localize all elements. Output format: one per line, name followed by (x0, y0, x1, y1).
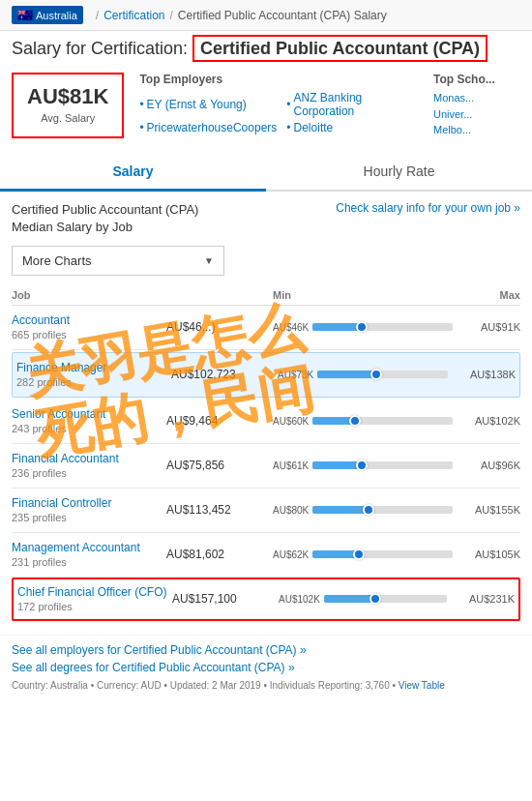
bar-wrapper-0 (312, 323, 453, 331)
more-charts-dropdown[interactable]: More Charts ▼ (12, 246, 224, 276)
top-schools-content: Monas...Univer...Melbo... (433, 90, 520, 138)
job-link-3[interactable]: Financial Accountant (12, 452, 166, 465)
bar-cell-2: AU$60K (273, 416, 453, 427)
footer-link-1[interactable]: See all degrees for Certified Public Acc… (12, 661, 520, 674)
view-table-link[interactable]: View Table (399, 680, 445, 691)
median-cell-0: AU$46,..) (166, 320, 273, 334)
col-job-header: Job (12, 289, 166, 301)
median-cell-2: AU$9,464 (166, 414, 273, 428)
table-row: Accountant 665 profiles AU$46,..) AU$46K… (12, 306, 520, 350)
tab-bar: Salary Hourly Rate (0, 154, 532, 192)
min-label-6: AU$102K (279, 594, 320, 605)
table-row: Finance Manager 282 profiles AU$102,723 … (12, 352, 520, 398)
table-header: Job Min Max (12, 285, 520, 306)
bar-dot-4 (363, 504, 374, 516)
check-salary-link[interactable]: Check salary info for your own job » (336, 201, 520, 215)
bar-fill-6 (324, 595, 375, 603)
bar-dot-3 (356, 460, 368, 471)
employer-link-0[interactable]: EY (Ernst & Young) (139, 91, 277, 118)
bar-fill-3 (312, 461, 362, 469)
median-cell-3: AU$75,856 (166, 459, 273, 472)
bar-cell-0: AU$46K (273, 322, 453, 333)
breadcrumb-current: Certified Public Accountant (CPA) Salary (178, 9, 387, 22)
main-content: Certified Public Accountant (CPA) Median… (0, 192, 532, 631)
bar-dot-2 (349, 415, 361, 427)
job-cell-5: Management Accountant 231 profiles (12, 541, 166, 569)
top-employers-title: Top Employers (139, 73, 418, 86)
min-label-3: AU$61K (273, 460, 309, 471)
job-profiles-3: 236 profiles (12, 467, 67, 479)
bar-fill-2 (312, 417, 354, 425)
bar-wrapper-4 (312, 506, 453, 514)
tab-hourly-rate[interactable]: Hourly Rate (266, 154, 532, 192)
breadcrumb-sep2: / (170, 9, 173, 22)
table-row: Senior Accountant 243 profiles AU$9,464 … (12, 400, 520, 444)
median-cell-5: AU$81,602 (166, 548, 273, 561)
dropdown-label: More Charts (22, 253, 92, 268)
job-link-1[interactable]: Finance Manager (16, 361, 171, 374)
table-row: Management Accountant 231 profiles AU$81… (12, 533, 520, 578)
job-cell-3: Financial Accountant 236 profiles (12, 452, 166, 480)
dropdown-container: More Charts ▼ (12, 246, 520, 276)
chevron-down-icon: ▼ (204, 255, 214, 266)
col-median-header (166, 289, 273, 301)
table-row: Chief Financial Officer (CFO) 172 profil… (12, 578, 520, 621)
bar-fill-1 (317, 371, 376, 378)
bar-wrapper-6 (324, 595, 447, 603)
bar-cell-5: AU$62K (273, 549, 453, 560)
bar-fill-5 (312, 550, 359, 558)
footer-meta-text: Country: Australia • Currency: AUD • Upd… (12, 680, 396, 691)
job-cell-0: Accountant 665 profiles (12, 313, 166, 341)
max-cell-6: AU$231K (447, 593, 515, 605)
avg-salary-box: AU$81K Avg. Salary (12, 73, 124, 138)
bar-dot-1 (370, 369, 382, 380)
job-link-2[interactable]: Senior Accountant (12, 407, 166, 421)
max-cell-4: AU$155K (453, 504, 520, 516)
bar-cell-1: AU$73K (278, 370, 448, 380)
job-profiles-6: 172 profiles (17, 601, 73, 612)
job-cell-6: Chief Financial Officer (CFO) 172 profil… (17, 585, 172, 613)
employer-link-3[interactable]: Deloitte (286, 121, 418, 134)
job-link-4[interactable]: Financial Controller (12, 496, 166, 510)
tab-salary[interactable]: Salary (0, 154, 266, 192)
salary-overview: AU$81K Avg. Salary Top Employers EY (Ern… (0, 65, 532, 148)
job-profiles-2: 243 profiles (12, 423, 67, 434)
max-cell-0: AU$91K (453, 321, 520, 333)
bar-cell-6: AU$102K (279, 594, 447, 605)
certification-title: Certified Public Accountant (CPA) (192, 35, 488, 62)
job-link-0[interactable]: Accountant (12, 313, 166, 327)
bar-cell-3: AU$61K (273, 460, 453, 471)
col-max-header: Max (453, 289, 520, 301)
country-flag-button[interactable]: Australia (12, 6, 83, 24)
employers-list: EY (Ernst & Young) ANZ Banking Corporati… (139, 91, 418, 134)
salary-rows: Accountant 665 profiles AU$46,..) AU$46K… (12, 306, 520, 621)
top-schools-section: Top Scho... Monas...Univer...Melbo... (433, 73, 520, 138)
bar-wrapper-1 (317, 371, 448, 378)
avg-salary-label: Avg. Salary (27, 112, 108, 124)
bar-fill-4 (312, 506, 369, 514)
bar-dot-5 (353, 549, 365, 560)
employer-link-1[interactable]: PricewaterhouseCoopers (139, 121, 277, 134)
job-profiles-1: 282 profiles (16, 376, 72, 388)
job-cell-4: Financial Controller 235 profiles (12, 496, 166, 524)
min-label-5: AU$62K (273, 549, 309, 560)
median-cell-1: AU$102,723 (171, 368, 278, 381)
bar-wrapper-3 (312, 461, 453, 469)
job-link-5[interactable]: Management Accountant (12, 541, 166, 554)
min-label-2: AU$60K (273, 416, 309, 427)
avg-salary-value: AU$81K (27, 84, 108, 109)
footer-link-0[interactable]: See all employers for Certified Public A… (12, 643, 520, 657)
breadcrumb: Australia / Certification / Certified Pu… (0, 0, 532, 31)
table-row: Financial Controller 235 profiles AU$113… (12, 489, 520, 533)
median-cell-6: AU$157,100 (172, 592, 279, 606)
breadcrumb-certification-link[interactable]: Certification (103, 9, 164, 22)
employer-link-2[interactable]: ANZ Banking Corporation (286, 91, 418, 118)
min-label-0: AU$46K (273, 322, 309, 333)
page-title-prefix: Salary for Certification: (12, 39, 188, 58)
job-link-6[interactable]: Chief Financial Officer (CFO) (17, 585, 172, 599)
page-title: Salary for Certification: Certified Publ… (0, 31, 532, 65)
top-schools-title: Top Scho... (433, 73, 520, 86)
section-title: Certified Public Accountant (CPA) Median… (12, 201, 205, 236)
bar-wrapper-2 (312, 417, 453, 425)
col-min-header: Min (273, 289, 453, 301)
